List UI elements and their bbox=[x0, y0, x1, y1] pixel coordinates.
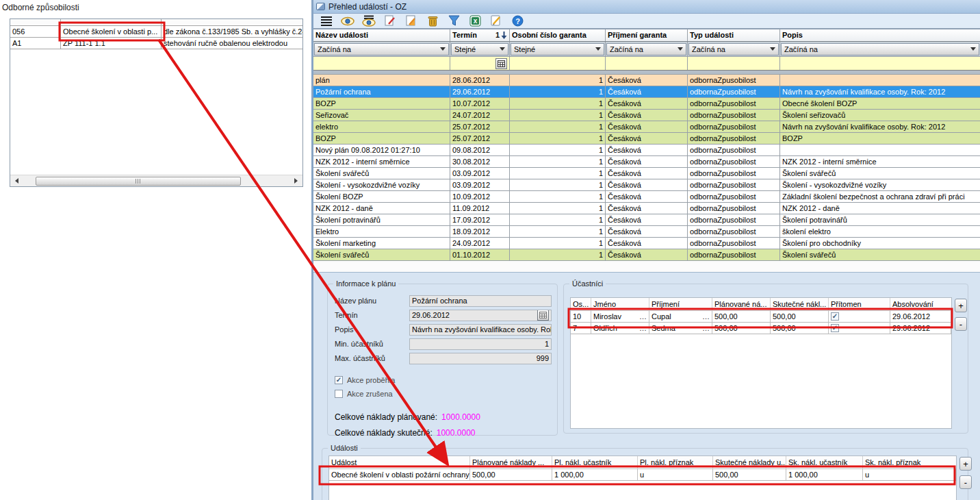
browse-button[interactable]: … bbox=[639, 311, 647, 322]
event-detail-row[interactable]: Obecné školení v oblasti požární ochrany… bbox=[329, 469, 956, 481]
delete-button[interactable] bbox=[425, 14, 440, 28]
column-header[interactable]: Plánované náklady ... bbox=[470, 456, 552, 468]
column-header[interactable]: Jméno bbox=[591, 298, 649, 310]
calendar-button[interactable] bbox=[537, 310, 549, 321]
max-participants-input[interactable]: 999 bbox=[409, 353, 552, 364]
remove-participant-button[interactable]: - bbox=[955, 317, 967, 331]
event-row[interactable]: Školení marketing24.09.20121Česákováodbo… bbox=[313, 238, 980, 249]
title-bar[interactable]: Přehled událostí - OZ bbox=[313, 0, 980, 14]
present-checkbox[interactable]: ✓ bbox=[831, 312, 839, 321]
min-participants-input[interactable]: 1 bbox=[409, 338, 552, 350]
new-record-button[interactable] bbox=[383, 14, 398, 28]
event-row[interactable]: NZK 2012 - interní směrnice30.08.20121Če… bbox=[313, 156, 980, 168]
cell: odbornaZpusobilost bbox=[688, 110, 780, 121]
cell: Návrh na zvyšování kvalifikace osoby. Ro… bbox=[780, 86, 980, 97]
present-checkbox[interactable]: ✓ bbox=[831, 324, 839, 332]
cell: odbornaZpusobilost bbox=[688, 179, 780, 190]
checkbox-unchecked[interactable] bbox=[335, 390, 343, 398]
column-header[interactable]: Typ události bbox=[688, 29, 780, 41]
add-event-button[interactable]: + bbox=[959, 457, 972, 471]
edit-record-button[interactable] bbox=[404, 14, 419, 28]
event-row[interactable]: Školení BOZP10.09.20121ČesákováodbornaZp… bbox=[313, 191, 980, 203]
search-input-date[interactable] bbox=[450, 57, 510, 70]
event-row[interactable]: Školení svářečů03.09.20121Česákováodborn… bbox=[313, 168, 980, 179]
column-header[interactable]: Událost bbox=[329, 456, 470, 468]
event-row[interactable]: NZK 2012 - daně11.09.20121Česákováodborn… bbox=[313, 203, 980, 214]
help-button[interactable]: ? bbox=[510, 14, 525, 28]
grid-header-row: Název události Termín 1 Osobní číslo gar… bbox=[313, 29, 980, 42]
column-header[interactable]: Os... bbox=[571, 298, 591, 310]
excel-export-button[interactable]: x bbox=[467, 14, 482, 28]
search-input[interactable] bbox=[606, 57, 688, 70]
event-row[interactable]: plán28.06.20121ČesákováodbornaZpusobilos… bbox=[313, 75, 980, 86]
column-header[interactable]: Popis bbox=[780, 29, 980, 41]
checkbox-checked[interactable]: ✓ bbox=[335, 376, 343, 384]
search-input[interactable] bbox=[313, 57, 450, 70]
column-header[interactable]: Skutečné nákl... bbox=[771, 298, 829, 310]
table-row[interactable]: 056 Obecné školení v oblasti p... dle zá… bbox=[10, 26, 302, 38]
filter-combo-termin[interactable]: Stejné bbox=[451, 43, 508, 55]
list-view-button[interactable] bbox=[319, 14, 334, 28]
cell: Školení svářečů bbox=[780, 249, 980, 260]
browse-button[interactable]: … bbox=[702, 311, 710, 322]
search-input[interactable] bbox=[510, 57, 606, 70]
table-row[interactable]: A1 ZP 111-1 1.1 stehování ručně obalenou… bbox=[10, 38, 302, 49]
plan-name-input[interactable]: Požární ochrana bbox=[409, 295, 552, 307]
filter-combo-cislo[interactable]: Stejné bbox=[511, 43, 604, 55]
cell: odbornaZpusobilost bbox=[688, 98, 780, 109]
event-row[interactable]: elektro25.07.20121ČesákováodbornaZpusobi… bbox=[313, 121, 980, 133]
event-row[interactable]: Seřizovač24.07.20121ČesákováodbornaZpuso… bbox=[313, 110, 980, 121]
column-header[interactable]: Skutečné náklady u... bbox=[713, 456, 786, 468]
participant-row[interactable]: 7 Oldřich… Sedma… 500,00 500,00 ✓ 29.06.… bbox=[571, 323, 951, 334]
column-header[interactable]: Absolvování bbox=[890, 298, 951, 310]
filter-combo-prijmeni[interactable]: Začíná na bbox=[606, 43, 686, 55]
scroll-left-button[interactable] bbox=[12, 176, 22, 186]
column-header[interactable]: Sk. nákl. učastník bbox=[786, 456, 863, 468]
event-row[interactable]: Elektro18.09.20121ČesákováodbornaZpusobi… bbox=[313, 226, 980, 238]
cell: A1 bbox=[10, 38, 61, 49]
event-row[interactable]: BOZP25.07.20121ČesákováodbornaZpusobilos… bbox=[313, 133, 980, 145]
cell: 1 bbox=[510, 168, 606, 179]
filter-button[interactable] bbox=[446, 14, 461, 28]
event-row[interactable]: Školení potravinářů17.09.20121Česákováod… bbox=[313, 214, 980, 226]
browse-button[interactable]: … bbox=[639, 323, 647, 334]
column-header[interactable]: Příjmení garanta bbox=[606, 29, 688, 41]
column-header[interactable]: Osobní číslo garanta bbox=[510, 29, 606, 41]
browse-button[interactable]: … bbox=[702, 323, 710, 334]
calendar-button[interactable] bbox=[495, 58, 507, 69]
search-input[interactable] bbox=[688, 57, 780, 70]
column-header[interactable]: Sk. nákl. příznak bbox=[863, 456, 956, 468]
event-row[interactable]: Školení svářečů01.10.20121Česákováodborn… bbox=[313, 249, 980, 261]
field-label: Popis bbox=[335, 325, 409, 334]
event-row[interactable]: Školení - vysokozdvižné vozíky03.09.2012… bbox=[313, 179, 980, 191]
participant-row[interactable]: 10 Miroslav… Cupal… 500,00 500,00 ✓ 29.0… bbox=[571, 311, 951, 323]
column-header[interactable]: Příjmení bbox=[649, 298, 712, 310]
horizontal-scrollbar[interactable] bbox=[10, 175, 302, 186]
chevron-down-icon bbox=[678, 47, 683, 51]
search-input[interactable] bbox=[780, 57, 980, 70]
plan-checkboxes: ✓ Akce proběhla Akce zrušena bbox=[328, 373, 557, 401]
column-header[interactable]: Název události bbox=[313, 29, 450, 41]
add-participant-button[interactable]: + bbox=[955, 299, 967, 312]
notes-button[interactable] bbox=[489, 14, 504, 28]
event-row[interactable]: Nový plán 09.08.2012 01:27:1009.08.20121… bbox=[313, 145, 980, 156]
filter-combo-typ[interactable]: Začíná na bbox=[688, 43, 779, 55]
preview-button[interactable] bbox=[361, 14, 376, 28]
column-header[interactable]: Plánované ná... bbox=[712, 298, 771, 310]
plan-desc-input[interactable]: Návrh na zvyšování kvalifikace osoby. Ro… bbox=[409, 324, 552, 336]
column-header-sorted[interactable]: Termín 1 bbox=[450, 29, 510, 41]
scrollbar-track[interactable] bbox=[22, 176, 291, 186]
remove-event-button[interactable]: - bbox=[959, 475, 972, 489]
view-button[interactable] bbox=[340, 14, 355, 28]
column-header[interactable]: Přítomen bbox=[829, 298, 890, 310]
field-label: Název plánu bbox=[335, 297, 409, 305]
scrollbar-thumb[interactable] bbox=[36, 177, 241, 186]
event-row[interactable]: BOZP10.07.20121ČesákováodbornaZpusobilos… bbox=[313, 98, 980, 110]
column-header[interactable]: Pl. nákl. učastník bbox=[552, 456, 638, 468]
plan-date-input[interactable]: 29.06.2012 bbox=[409, 310, 552, 321]
filter-combo-popis[interactable]: Začíná na bbox=[781, 43, 979, 55]
event-row-selected[interactable]: Požární ochrana29.06.20121Česákováodborn… bbox=[313, 86, 980, 98]
scroll-right-button[interactable] bbox=[291, 176, 301, 186]
column-header[interactable]: Pl. nákl. příznak bbox=[638, 456, 713, 468]
filter-combo-nazev[interactable]: Začíná na bbox=[314, 43, 449, 55]
